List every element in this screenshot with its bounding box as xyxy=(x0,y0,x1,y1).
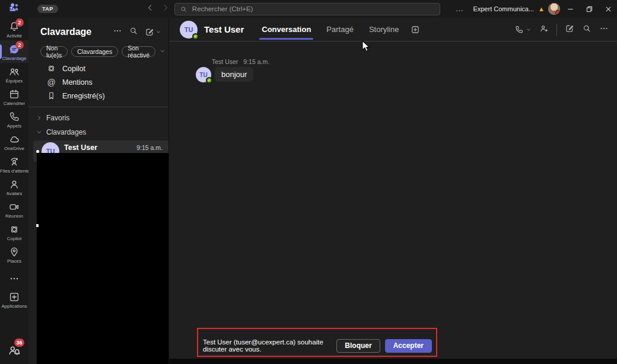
rail-item-teams[interactable]: Équipes xyxy=(0,63,28,85)
chevron-down-icon xyxy=(155,29,161,35)
copilot-icon xyxy=(8,223,20,235)
block-button[interactable]: Bloquer xyxy=(336,339,380,353)
rail-item-avatars[interactable]: Avatars xyxy=(0,175,28,198)
available-presence-icon: ✓ xyxy=(206,77,212,84)
pinned-item-mentions[interactable]: @ Mentions xyxy=(28,75,168,89)
nav-back-button[interactable] xyxy=(146,4,154,14)
conversation-title[interactable]: Test User xyxy=(204,24,244,34)
rail-item-calls[interactable]: Appels xyxy=(0,108,28,130)
filter-chip-unread[interactable]: Non lu(e)s xyxy=(40,46,68,57)
filter-chip-chats[interactable]: Clavardages xyxy=(71,46,118,57)
at-mention-icon: @ xyxy=(46,78,56,87)
busy-presence-icon xyxy=(555,10,560,15)
accept-button[interactable]: Accepter xyxy=(385,339,432,353)
message-bubble[interactable]: bonjour xyxy=(215,67,253,82)
contact-request-banner: Test User (tuser@ucexpert.ca) souhaite d… xyxy=(197,328,437,357)
people-icon xyxy=(8,66,20,78)
section-favorites[interactable]: Favoris xyxy=(28,111,168,125)
window-close-button[interactable] xyxy=(600,0,617,18)
conversation-pane: TU ✓ Test User Conversation Partagé Stor… xyxy=(169,18,617,364)
message-time: 9:15 a.m. xyxy=(243,58,269,65)
person-icon xyxy=(8,178,20,190)
calendar-icon xyxy=(8,88,20,100)
scrollbar-dot xyxy=(36,224,39,227)
tab-conversation[interactable]: Conversation xyxy=(262,18,311,41)
svg-text:T: T xyxy=(11,7,12,10)
divider xyxy=(28,107,168,107)
rail-item-places[interactable]: Places xyxy=(0,243,28,266)
chevron-down-icon xyxy=(526,27,532,33)
rail-item-calendar[interactable]: Calendrier xyxy=(0,85,28,108)
chevron-down-icon xyxy=(36,129,42,135)
compose-icon xyxy=(145,27,154,37)
call-queues-icon xyxy=(8,156,20,168)
avatar: TU ✓ xyxy=(196,67,211,82)
search-icon xyxy=(180,5,187,13)
plus-square-icon xyxy=(411,25,420,34)
rail-item-more[interactable] xyxy=(0,266,28,288)
rail-item-meeting[interactable]: Réunion xyxy=(0,198,28,221)
tab-shared[interactable]: Partagé xyxy=(326,18,354,41)
panel-title: Clavardage xyxy=(40,27,91,37)
add-people-button[interactable] xyxy=(539,24,549,36)
chat-item-time: 9:15 a.m. xyxy=(136,144,163,151)
tab-storyline[interactable]: Storyline xyxy=(369,18,399,41)
new-chat-button[interactable] xyxy=(145,27,161,37)
call-button[interactable] xyxy=(514,25,532,34)
chat-item-name: Test User xyxy=(64,143,97,152)
filter-chip-unmuted[interactable]: Son réactivé xyxy=(122,46,155,57)
search-icon xyxy=(582,24,591,33)
environment-badge: TAP xyxy=(37,5,58,13)
conversation-header: TU ✓ Test User Conversation Partagé Stor… xyxy=(169,18,617,41)
chat-badge: 2 xyxy=(15,41,24,49)
cloud-icon xyxy=(8,133,20,145)
person-add-icon xyxy=(539,24,549,33)
rail-item-onedrive[interactable]: OneDrive xyxy=(0,130,28,153)
pinned-item-saved[interactable]: Enregistré(s) xyxy=(28,89,168,103)
rail-item-queues[interactable]: Files d'attente xyxy=(0,153,28,175)
conversation-more-button[interactable] xyxy=(599,24,609,36)
message-row: TU ✓ bonjour xyxy=(196,67,617,82)
chevron-right-icon xyxy=(36,115,42,121)
bottom-strip xyxy=(169,359,617,364)
divider xyxy=(556,24,557,36)
titlebar-more-button[interactable]: ... xyxy=(456,5,463,13)
add-tab-button[interactable] xyxy=(411,25,420,34)
rail-item-activity[interactable]: 2 Activité xyxy=(0,18,28,40)
chat-list-panel: Clavardage Non lu(e)s Clavardages Son ré… xyxy=(28,18,169,364)
search-in-chat-button[interactable] xyxy=(582,24,591,36)
pinned-item-copilot[interactable]: Copilot xyxy=(28,62,168,75)
account-name[interactable]: Expert Communica... xyxy=(473,5,534,12)
compose-button[interactable] xyxy=(565,24,574,36)
copilot-icon xyxy=(46,63,56,74)
nav-forward-button[interactable] xyxy=(161,4,170,14)
conversation-tabs: Conversation Partagé Storyline xyxy=(262,18,399,41)
empty-list-area xyxy=(37,153,168,364)
search-icon xyxy=(129,26,138,36)
bookmark-icon xyxy=(46,91,56,101)
account-avatar[interactable] xyxy=(548,3,560,15)
app-rail: 2 Activité 2 Clavardage Équipes Calendri… xyxy=(0,18,28,364)
window-restore-button[interactable] xyxy=(581,0,598,18)
rail-item-apps[interactable]: Applications xyxy=(0,288,28,311)
teams-logo-icon: T xyxy=(8,1,21,17)
window-minimize-button[interactable] xyxy=(562,0,579,18)
avatar[interactable]: TU ✓ xyxy=(180,21,198,39)
message-meta: Test User 9:15 a.m. xyxy=(212,58,617,65)
section-chats[interactable]: Clavardages xyxy=(28,125,168,139)
rail-item-chat[interactable]: 2 Clavardage xyxy=(0,40,28,63)
rail-item-copilot[interactable]: Copilot xyxy=(0,221,28,243)
ellipsis-icon xyxy=(8,273,20,285)
agent-badge: 36 xyxy=(14,339,24,347)
warning-icon: ▲ xyxy=(538,5,545,12)
phone-icon xyxy=(8,111,20,123)
chat-search-button[interactable] xyxy=(129,26,138,38)
activity-badge: 2 xyxy=(15,18,24,27)
phone-icon xyxy=(514,25,524,34)
global-search-input[interactable]: Rechercher (Ctrl+E) xyxy=(174,3,440,15)
filters-collapse-button[interactable] xyxy=(159,46,166,57)
contact-request-text: Test User (tuser@ucexpert.ca) souhaite d… xyxy=(203,339,336,353)
rail-item-agent-notifications[interactable]: 36 xyxy=(7,343,21,359)
chat-filter-more-button[interactable] xyxy=(113,26,122,38)
location-pin-icon xyxy=(8,246,20,258)
